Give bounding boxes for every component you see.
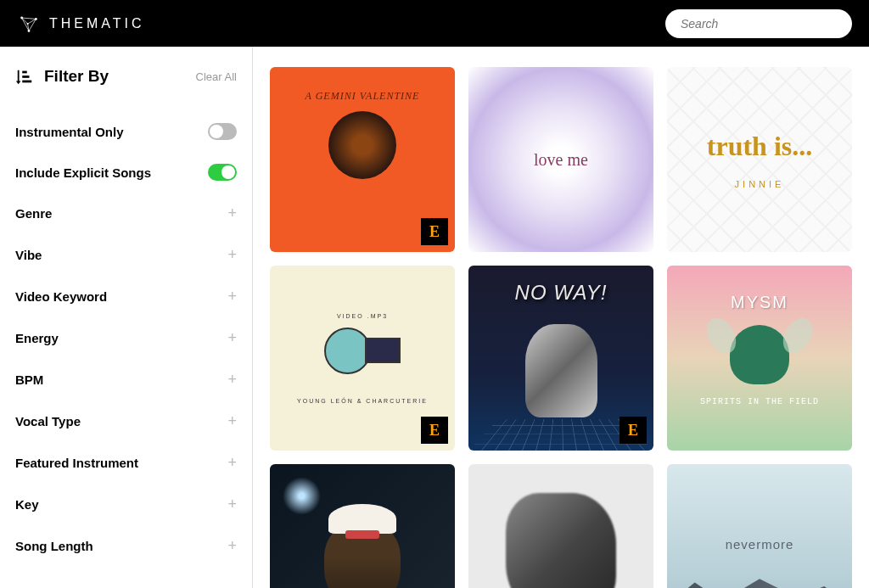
toggle-include-explicit: Include Explicit Songs <box>15 152 237 193</box>
search-input[interactable] <box>665 9 852 38</box>
album-card[interactable]: nevermore <box>667 464 852 588</box>
album-art <box>525 324 597 417</box>
svg-point-7 <box>35 18 37 20</box>
toggle-instrumental-only: Instrumental Only <box>15 111 237 152</box>
album-art <box>506 493 616 588</box>
album-card[interactable]: VIDEO .MP3 YOUNG LEÓN & CHARCUTERIE E <box>270 266 455 451</box>
filter-category-key[interactable]: Key + <box>15 484 237 525</box>
album-title: A GEMINI VALENTINE <box>306 90 420 103</box>
explicit-badge: E <box>620 417 647 444</box>
svg-rect-10 <box>22 71 27 74</box>
album-card[interactable]: MYSM SPIRITS IN THE FIELD <box>667 266 852 451</box>
plus-icon: + <box>227 371 237 389</box>
svg-rect-11 <box>22 76 29 78</box>
album-artist: YOUNG LEÓN & CHARCUTERIE <box>297 398 428 404</box>
brand-logo[interactable]: THEMATIC <box>17 12 145 36</box>
svg-rect-12 <box>22 81 31 83</box>
album-art <box>324 523 401 588</box>
search-container <box>665 9 852 38</box>
plus-icon: + <box>227 454 237 472</box>
toggle-label: Include Explicit Songs <box>15 165 151 180</box>
album-grid: A GEMINI VALENTINE E love me truth is...… <box>270 67 852 588</box>
album-artist: JINNIE <box>735 179 785 189</box>
filter-title: Filter By <box>44 67 109 86</box>
camera-illustration <box>324 328 401 383</box>
album-subtitle: SPIRITS IN THE FIELD <box>700 397 819 406</box>
filter-sidebar: Filter By Clear All Instrumental Only In… <box>0 47 253 588</box>
album-card[interactable]: NO WAY! E <box>468 266 653 451</box>
album-card[interactable]: A GEMINI VALENTINE E <box>270 67 455 252</box>
album-card[interactable] <box>468 464 653 588</box>
album-title: love me <box>534 150 588 169</box>
plus-icon: + <box>227 288 237 305</box>
svg-point-9 <box>27 22 29 24</box>
album-title: truth is... <box>707 131 812 162</box>
plus-icon: + <box>227 412 237 430</box>
filter-category-vocal-type[interactable]: Vocal Type + <box>15 400 237 442</box>
results-grid-container: A GEMINI VALENTINE E love me truth is...… <box>253 47 869 588</box>
album-title: nevermore <box>726 537 794 552</box>
filter-category-vibe[interactable]: Vibe + <box>15 234 237 276</box>
filter-category-energy[interactable]: Energy + <box>15 317 237 359</box>
filter-category-song-length[interactable]: Song Length + <box>15 525 237 567</box>
plus-icon: + <box>227 537 237 555</box>
plus-icon: + <box>227 496 237 513</box>
app-header: THEMATIC <box>0 0 869 47</box>
clear-all-button[interactable]: Clear All <box>196 70 237 83</box>
logo-icon <box>17 12 41 36</box>
svg-line-0 <box>22 18 36 19</box>
svg-point-8 <box>28 30 31 32</box>
plus-icon: + <box>227 204 237 222</box>
plus-icon: + <box>227 329 237 347</box>
filter-category-featured-instrument[interactable]: Featured Instrument + <box>15 442 237 484</box>
toggle-switch-instrumental[interactable] <box>208 123 237 140</box>
plus-icon: + <box>227 246 237 264</box>
filter-header: Filter By Clear All <box>15 67 237 86</box>
album-card[interactable]: truth is... JINNIE <box>667 67 852 252</box>
toggle-switch-explicit[interactable] <box>208 164 237 181</box>
explicit-badge: E <box>421 417 448 444</box>
album-title: NO WAY! <box>515 281 608 305</box>
toggle-label: Instrumental Only <box>15 125 124 139</box>
frog-illustration <box>730 325 789 384</box>
filter-category-video-keyword[interactable]: Video Keyword + <box>15 276 237 317</box>
album-art <box>328 111 396 179</box>
album-brand: MYSM <box>731 293 788 312</box>
sort-icon <box>15 67 34 86</box>
filter-category-genre[interactable]: Genre + <box>15 193 237 234</box>
brand-text: THEMATIC <box>49 16 145 31</box>
svg-point-6 <box>20 16 23 19</box>
explicit-badge: E <box>421 218 448 245</box>
album-top-text: VIDEO .MP3 <box>337 313 388 319</box>
album-card[interactable] <box>270 464 455 588</box>
album-card[interactable]: love me <box>468 67 653 252</box>
filter-category-bpm[interactable]: BPM + <box>15 359 237 400</box>
